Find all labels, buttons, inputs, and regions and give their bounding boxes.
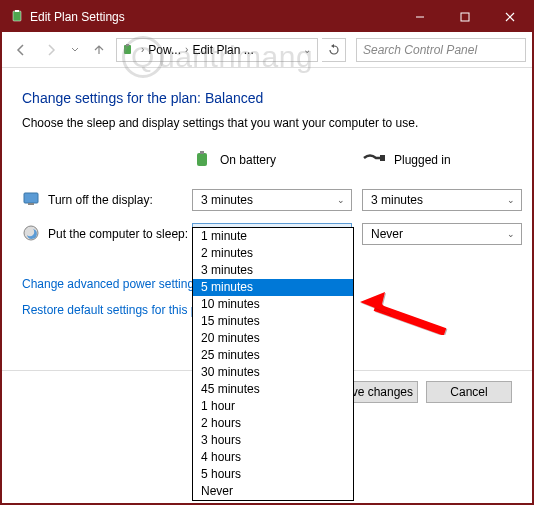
dropdown-option[interactable]: 15 minutes [193, 313, 353, 330]
up-button[interactable] [86, 37, 112, 63]
sleep-icon [22, 224, 40, 245]
chevron-down-icon: ⌄ [507, 229, 515, 239]
svg-rect-0 [13, 11, 21, 21]
history-dropdown[interactable] [68, 37, 82, 63]
dropdown-option[interactable]: 3 minutes [193, 262, 353, 279]
forward-button[interactable] [38, 37, 64, 63]
dropdown-option[interactable]: 2 minutes [193, 245, 353, 262]
chevron-right-icon: › [139, 44, 146, 55]
search-input[interactable]: Search Control Panel [356, 38, 526, 62]
dropdown-option[interactable]: 5 hours [193, 466, 353, 483]
dropdown-option[interactable]: 20 minutes [193, 330, 353, 347]
dropdown-option[interactable]: 2 hours [193, 415, 353, 432]
page-subtext: Choose the sleep and display settings th… [22, 116, 512, 130]
page-title: Change settings for the plan: Balanced [22, 90, 512, 106]
sleep-plugged-combo[interactable]: Never⌄ [362, 223, 522, 245]
breadcrumb-item[interactable]: Pow... [148, 43, 181, 57]
refresh-button[interactable] [322, 38, 346, 62]
dropdown-option[interactable]: 25 minutes [193, 347, 353, 364]
svg-rect-12 [28, 203, 34, 205]
sleep-battery-dropdown[interactable]: 1 minute2 minutes3 minutes5 minutes10 mi… [192, 227, 354, 501]
dropdown-option[interactable]: 1 hour [193, 398, 353, 415]
svg-rect-1 [15, 10, 19, 12]
svg-rect-8 [197, 153, 207, 166]
app-icon [10, 10, 24, 24]
svg-rect-10 [380, 155, 385, 161]
svg-rect-11 [24, 193, 38, 203]
display-battery-combo[interactable]: 3 minutes⌄ [192, 189, 352, 211]
chevron-down-icon[interactable]: ⌄ [301, 44, 313, 55]
dropdown-option[interactable]: Never [193, 483, 353, 500]
svg-rect-6 [124, 45, 131, 54]
dropdown-option[interactable]: 1 minute [193, 228, 353, 245]
plug-icon [362, 151, 386, 168]
svg-rect-3 [461, 13, 469, 21]
chevron-right-icon: › [183, 44, 190, 55]
close-button[interactable] [487, 2, 532, 32]
row-display-label: Turn off the display: [22, 190, 192, 211]
dropdown-option[interactable]: 10 minutes [193, 296, 353, 313]
breadcrumb-item[interactable]: Edit Plan ... [192, 43, 253, 57]
window-title: Edit Plan Settings [30, 10, 397, 24]
minimize-button[interactable] [397, 2, 442, 32]
row-sleep-label: Put the computer to sleep: [22, 224, 192, 245]
dropdown-option[interactable]: 45 minutes [193, 381, 353, 398]
chevron-down-icon: ⌄ [507, 195, 515, 205]
chevron-down-icon: ⌄ [337, 195, 345, 205]
svg-rect-7 [126, 44, 129, 46]
dropdown-option[interactable]: 5 minutes [193, 279, 353, 296]
column-header-battery: On battery [192, 148, 362, 177]
monitor-icon [22, 190, 40, 211]
svg-rect-9 [200, 151, 204, 154]
battery-icon [192, 148, 212, 171]
display-plugged-combo[interactable]: 3 minutes⌄ [362, 189, 522, 211]
titlebar: Edit Plan Settings [2, 2, 532, 32]
dropdown-option[interactable]: 3 hours [193, 432, 353, 449]
breadcrumb[interactable]: › Pow... › Edit Plan ... ⌄ [116, 38, 318, 62]
dropdown-option[interactable]: 30 minutes [193, 364, 353, 381]
navbar: › Pow... › Edit Plan ... ⌄ Search Contro… [2, 32, 532, 68]
cancel-button[interactable]: Cancel [426, 381, 512, 403]
column-header-plugged: Plugged in [362, 151, 512, 174]
dropdown-option[interactable]: 4 hours [193, 449, 353, 466]
power-icon [121, 43, 135, 57]
back-button[interactable] [8, 37, 34, 63]
maximize-button[interactable] [442, 2, 487, 32]
search-placeholder: Search Control Panel [363, 43, 477, 57]
